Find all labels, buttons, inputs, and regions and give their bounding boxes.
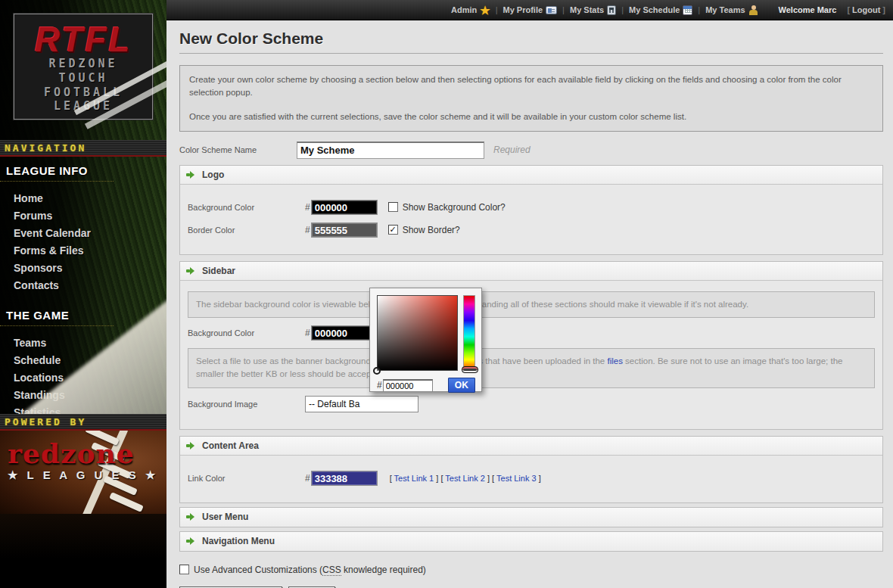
calendar-icon: [683, 5, 692, 15]
topbar-my-stats[interactable]: My Stats: [568, 5, 618, 15]
nav-section-the-game: THE GAME: [0, 301, 114, 326]
navigation-banner: NAVIGATION: [0, 140, 166, 157]
topbar-separator: |: [496, 5, 498, 14]
sidebar: RTFL REDZONE TOUCH FOOTBALL LEAGUE NAVIG…: [0, 0, 166, 588]
nav-section-league-info: LEAGUE INFO: [0, 157, 114, 182]
link-color-row: Link Color # 333388 [ Test Link 1 ] [ Te…: [188, 471, 875, 486]
logo-border-color-swatch[interactable]: 555555: [311, 222, 378, 238]
advanced-customizations-label: Use Advanced Customizations (CSS knowled…: [194, 565, 426, 575]
note-text: files that have been uploaded in the: [465, 356, 607, 366]
sidebar-background-color-swatch[interactable]: 000000: [311, 325, 378, 341]
redzone-leagues-logo[interactable]: redzone ★ L E A G U E S ★: [8, 441, 158, 482]
hue-slider[interactable]: [463, 295, 475, 371]
section-sidebar-title: Sidebar: [202, 266, 235, 276]
hue-slider-handle[interactable]: [462, 366, 478, 373]
color-scheme-name-input[interactable]: [297, 142, 484, 159]
calculator-icon: [607, 5, 616, 15]
hash-symbol: #: [377, 380, 382, 390]
section-navigation-menu-title: Navigation Menu: [202, 536, 275, 546]
test-link-1[interactable]: Test Link 1: [394, 474, 434, 483]
link-color-label: Link Color: [188, 474, 305, 483]
sidebar-item-sponsors[interactable]: Sponsors: [0, 259, 166, 276]
logout-bracket: [: [847, 5, 850, 14]
sidebar-item-contacts[interactable]: Contacts: [0, 276, 166, 294]
note-text: Select a file to use as the banner backg…: [196, 356, 373, 366]
section-navigation-menu-header[interactable]: Navigation Menu: [180, 532, 882, 551]
league-logo-line: FOOTBALL: [14, 86, 152, 100]
section-content-area-title: Content Area: [202, 440, 259, 451]
logo-background-color-row: Background Color # 000000 Show Backgroun…: [188, 200, 875, 215]
sidebar-item-forms-files[interactable]: Forms & Files: [0, 241, 166, 259]
topbar-admin-label: Admin: [451, 5, 477, 14]
section-sidebar-body: The sidebar background color is viewable…: [180, 281, 882, 429]
logout-link[interactable]: Logout: [852, 5, 880, 14]
background-image-row: Background Image -- Default Ba: [188, 396, 875, 412]
main-content: New Color Scheme Create your own color s…: [166, 20, 893, 588]
logo-background-color-swatch[interactable]: 000000: [311, 200, 378, 215]
test-links: [ Test Link 1 ] [ Test Link 2 ] [ Test L…: [390, 474, 541, 483]
advanced-customizations-row: Use Advanced Customizations (CSS knowled…: [179, 565, 883, 575]
saturation-value-square[interactable]: [377, 295, 458, 371]
topbar-my-teams[interactable]: My Teams: [703, 5, 760, 15]
redzone-logo-text: redzone: [8, 441, 158, 465]
sidebar-field-background: RTFL REDZONE TOUCH FOOTBALL LEAGUE: [0, 0, 166, 140]
required-note: Required: [493, 145, 531, 155]
sidebar-nav: LEAGUE INFO Home Forums Event Calendar F…: [0, 157, 166, 414]
hash-symbol: #: [305, 202, 310, 213]
hex-color-input[interactable]: [383, 379, 433, 392]
green-arrow-icon: [186, 267, 194, 275]
person-icon: [748, 5, 758, 15]
background-image-label: Background Image: [188, 400, 305, 409]
check-icon: ✓: [390, 225, 397, 235]
section-content-area-header[interactable]: Content Area: [180, 437, 882, 456]
topbar-my-profile[interactable]: My Profile: [501, 5, 560, 14]
border-color-label: Border Color: [188, 226, 305, 235]
background-image-select[interactable]: -- Default Ba: [305, 396, 418, 412]
ok-button[interactable]: OK: [448, 378, 475, 393]
link-color-swatch[interactable]: 333388: [311, 471, 378, 486]
color-selector-circle-icon[interactable]: [373, 367, 381, 375]
background-color-label: Background Color: [188, 328, 305, 338]
files-link[interactable]: files: [607, 356, 622, 366]
league-logo-acronym: RTFL: [14, 22, 152, 57]
show-background-color-label: Show Background Color?: [403, 202, 506, 213]
logout-bracket: ]: [882, 5, 885, 14]
advanced-customizations-checkbox[interactable]: [179, 565, 189, 574]
section-user-menu-header[interactable]: User Menu: [180, 508, 882, 527]
topbar-my-teams-label: My Teams: [705, 5, 745, 14]
section-logo-header[interactable]: Logo: [180, 166, 882, 185]
show-background-color-checkbox[interactable]: [388, 202, 398, 212]
sidebar-item-home[interactable]: Home: [0, 189, 166, 207]
topbar-admin[interactable]: Admin ★: [449, 5, 493, 16]
hash-symbol: #: [305, 225, 310, 235]
topbar-my-schedule-label: My Schedule: [629, 5, 680, 14]
powered-by-banner: POWERED BY: [0, 414, 166, 431]
sidebar-item-forums[interactable]: Forums: [0, 207, 166, 224]
section-sidebar-header[interactable]: Sidebar: [180, 262, 882, 281]
test-link-2[interactable]: Test Link 2: [445, 474, 485, 483]
section-sidebar: Sidebar The sidebar background color is …: [179, 261, 883, 430]
topbar-my-stats-label: My Stats: [570, 5, 604, 14]
show-border-label: Show Border?: [403, 225, 460, 235]
logo-border-color-row: Border Color # 555555 ✓ Show Border?: [188, 222, 875, 238]
color-scheme-name-label: Color Scheme Name: [179, 145, 297, 154]
section-logo: Logo Background Color # 000000 Show Back…: [179, 165, 883, 255]
star-icon: ★: [480, 5, 490, 16]
section-user-menu: User Menu: [179, 507, 883, 527]
hash-symbol: #: [305, 473, 310, 484]
sidebar-bottom-fill: [0, 514, 166, 588]
test-link-3[interactable]: Test Link 3: [496, 474, 537, 483]
sidebar-item-event-calendar[interactable]: Event Calendar: [0, 224, 166, 241]
topbar-my-schedule[interactable]: My Schedule: [627, 5, 695, 15]
topbar-my-profile-label: My Profile: [503, 5, 543, 14]
sidebar-background-color-row: Background Color # 000000: [188, 325, 875, 341]
sidebar-note: The sidebar background color is viewable…: [188, 291, 875, 318]
topbar-separator: |: [621, 5, 624, 14]
show-border-checkbox[interactable]: ✓: [388, 225, 398, 235]
profile-card-icon: [546, 6, 557, 14]
intro-paragraph-2: Once you are satisfied with the current …: [189, 110, 873, 123]
green-arrow-icon: [186, 442, 194, 450]
section-navigation-menu: Navigation Menu: [179, 531, 883, 552]
section-content-area-body: Link Color # 333388 [ Test Link 1 ] [ Te…: [180, 456, 882, 502]
color-scheme-name-row: Color Scheme Name Required: [179, 142, 883, 159]
